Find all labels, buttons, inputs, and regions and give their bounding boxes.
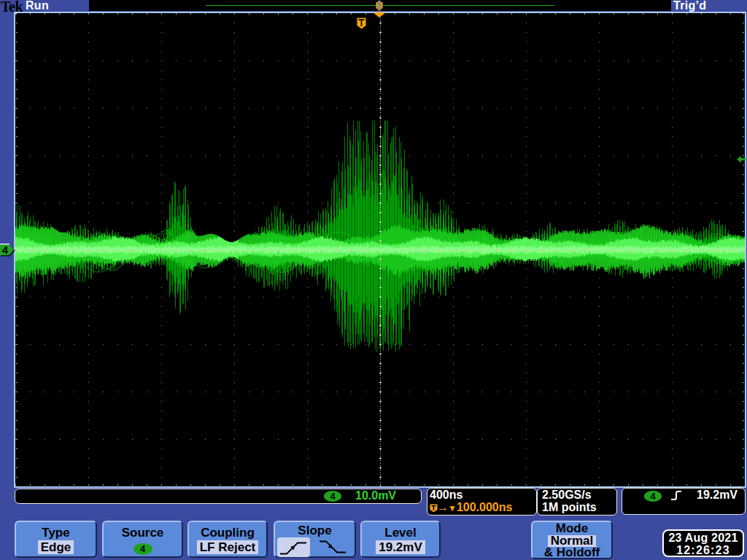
svg-text:4: 4 xyxy=(2,244,9,256)
